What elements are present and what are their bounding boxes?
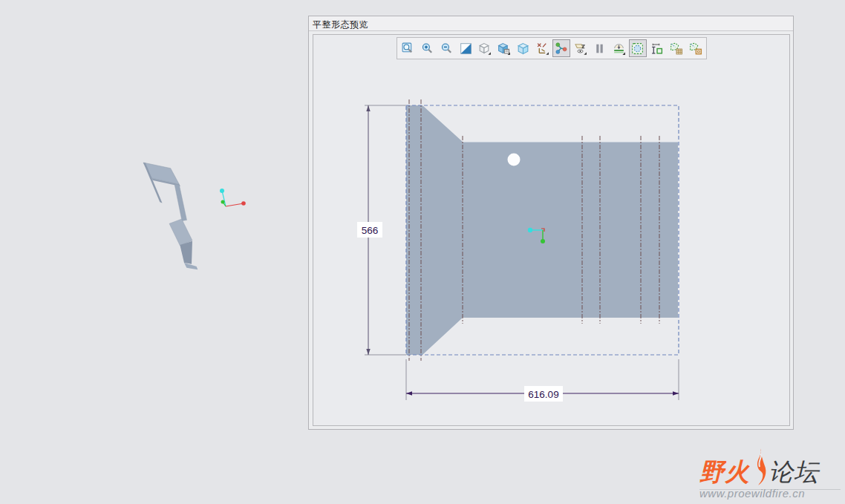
dimension-width: 616.09	[406, 359, 679, 402]
watermark-url: www.proewildfire.cn	[699, 487, 841, 500]
csys-axis-red-dot	[241, 201, 246, 206]
dimension-width-value: 616.09	[528, 389, 558, 400]
csys-axis-green-dot	[221, 200, 225, 204]
arrowhead-right	[673, 391, 679, 395]
watermark: 野火 论坛 www.proewildfire.cn	[699, 442, 841, 502]
csys-green-dot	[541, 239, 545, 243]
part-3d-thumbnail	[140, 160, 251, 280]
dialog-titlebar: 平整形态预览	[309, 16, 793, 31]
arrowhead-down	[366, 349, 370, 355]
watermark-brand-right: 论坛	[769, 459, 819, 484]
dimension-height: 566	[357, 105, 406, 355]
arrowhead-left	[406, 391, 412, 395]
flame-icon	[751, 447, 768, 487]
csys-axis-cyan-dot	[220, 189, 224, 193]
csys-cyan-dot	[528, 228, 532, 232]
preview-viewport[interactable]: 566 616.09	[313, 34, 790, 426]
dialog-title: 平整形态预览	[313, 19, 368, 30]
flat-pattern-preview-dialog: 平整形态预览	[308, 16, 794, 430]
sheetmetal-part-3d	[143, 163, 198, 269]
watermark-brand: 野火 论坛	[699, 442, 841, 484]
model-csys-triad	[220, 189, 246, 206]
watermark-brand-left: 野火	[699, 459, 750, 484]
dimension-height-value: 566	[362, 225, 379, 236]
flat-pattern-drawing: 566 616.09	[313, 35, 791, 427]
arrowhead-up	[366, 105, 370, 111]
hole	[508, 154, 521, 166]
